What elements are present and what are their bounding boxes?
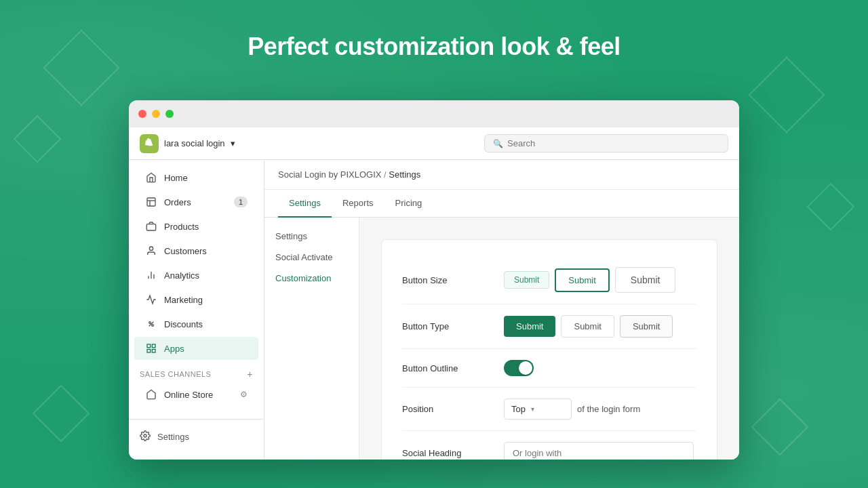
marketing-icon [145, 293, 157, 306]
position-controls: Top ▾ of the login form [504, 399, 640, 420]
button-outline-controls [504, 360, 534, 376]
breadcrumb: Social Login by PIXLOGIX / Settings [264, 160, 739, 190]
tab-pricing[interactable]: Pricing [384, 190, 433, 218]
subnav-customization[interactable]: Customization [264, 268, 359, 289]
add-channel-icon[interactable]: + [247, 369, 253, 380]
app-window: lara social login ▾ 🔍 Home Orders 1 [129, 100, 739, 460]
button-outline-row: Button Outline [402, 349, 696, 388]
svg-rect-12 [147, 349, 151, 352]
plugin-area: Settings Social Activate Customization B… [264, 218, 739, 460]
store-selector[interactable]: lara social login ▾ [140, 134, 235, 153]
plugin-subnav: Settings Social Activate Customization [264, 218, 359, 460]
button-type-row: Button Type Submit Submit Submit [402, 304, 696, 349]
sidebar-item-discounts[interactable]: Discounts [134, 312, 258, 336]
sidebar-item-analytics[interactable]: Analytics [134, 264, 258, 287]
tab-reports[interactable]: Reports [332, 190, 384, 218]
tab-settings[interactable]: Settings [278, 190, 332, 218]
sidebar-item-marketing[interactable]: Marketing [134, 288, 258, 311]
position-value: Top [511, 404, 526, 414]
orders-icon [145, 196, 157, 208]
button-size-large[interactable]: Submit [615, 267, 676, 293]
content-area: Social Login by PIXLOGIX / Settings Sett… [264, 160, 739, 460]
sidebar-item-apps[interactable]: Apps [134, 337, 258, 360]
sidebar-item-products[interactable]: Products [134, 215, 258, 238]
shopify-icon [140, 134, 159, 153]
position-suffix: of the login form [577, 404, 640, 414]
maximize-button[interactable] [165, 110, 174, 118]
customers-icon [145, 245, 157, 257]
social-heading-label: Social Heading [402, 448, 490, 458]
sidebar-item-settings[interactable]: Settings [129, 425, 264, 449]
search-input[interactable] [507, 138, 719, 148]
position-row: Position Top ▾ of the login form [402, 388, 696, 431]
svg-point-14 [144, 434, 146, 437]
button-outline-label: Button Outline [402, 363, 490, 373]
settings-label: Settings [157, 432, 189, 442]
subnav-social-activate[interactable]: Social Activate [264, 247, 359, 268]
sidebar-item-home-label: Home [164, 173, 188, 183]
sidebar-item-customers[interactable]: Customers [134, 239, 258, 262]
button-type-outline[interactable]: Submit [561, 315, 614, 338]
close-button[interactable] [138, 110, 146, 118]
svg-line-9 [149, 322, 154, 327]
svg-rect-10 [147, 344, 151, 348]
svg-point-7 [149, 322, 151, 324]
main-layout: Home Orders 1 Products Customers [129, 160, 739, 460]
sidebar-item-marketing-label: Marketing [164, 295, 203, 305]
sidebar-item-products-label: Products [164, 222, 199, 232]
sidebar: Home Orders 1 Products Customers [129, 160, 264, 460]
button-type-filled[interactable]: Submit [504, 316, 555, 337]
orders-badge: 1 [234, 197, 248, 207]
plugin-layout: Settings Social Activate Customization B… [264, 218, 739, 460]
sidebar-bottom: Settings [129, 419, 264, 454]
search-icon: 🔍 [493, 139, 503, 148]
minimize-button[interactable] [152, 110, 160, 118]
svg-rect-13 [152, 349, 155, 352]
topbar: lara social login ▾ 🔍 [129, 127, 739, 160]
discounts-icon [145, 318, 157, 330]
settings-icon [140, 430, 151, 443]
sales-channels-section: SALES CHANNELS + [129, 361, 264, 382]
button-size-controls: Submit Submit Submit [504, 267, 675, 293]
analytics-icon [145, 269, 157, 281]
online-store-icon [145, 388, 157, 401]
position-dropdown[interactable]: Top ▾ [504, 399, 572, 420]
home-icon [145, 171, 157, 184]
settings-panel: Button Size Submit Submit Submit Button … [381, 239, 717, 460]
search-bar[interactable]: 🔍 [484, 134, 728, 152]
dropdown-arrow-icon: ▾ [531, 405, 534, 413]
titlebar [129, 100, 739, 127]
settings-gear-icon[interactable]: ⚙ [240, 390, 248, 399]
svg-point-8 [152, 325, 154, 327]
sidebar-item-online-store[interactable]: Online Store ⚙ [134, 383, 258, 406]
button-size-label: Button Size [402, 275, 490, 285]
button-type-ghost[interactable]: Submit [620, 315, 673, 338]
breadcrumb-current: Settings [389, 169, 420, 180]
traffic-lights [138, 110, 174, 118]
button-size-medium[interactable]: Submit [555, 268, 609, 292]
page-title: Perfect customization look & feel [0, 33, 868, 61]
sidebar-item-home[interactable]: Home [134, 166, 258, 189]
button-outline-toggle[interactable] [504, 360, 534, 376]
dropdown-arrow: ▾ [231, 138, 235, 148]
sidebar-item-orders-label: Orders [164, 197, 191, 207]
button-type-label: Button Type [402, 321, 490, 331]
sidebar-item-discounts-label: Discounts [164, 319, 203, 329]
sidebar-item-apps-label: Apps [164, 344, 184, 354]
social-heading-input[interactable] [504, 442, 694, 460]
svg-rect-0 [147, 198, 155, 206]
apps-icon [145, 342, 157, 354]
sidebar-item-orders[interactable]: Orders 1 [134, 190, 258, 214]
store-name-text: lara social login [164, 138, 225, 148]
social-heading-controls [504, 442, 694, 460]
products-icon [145, 220, 157, 232]
button-size-row: Button Size Submit Submit Submit [402, 256, 696, 304]
tabs-bar: Settings Reports Pricing [264, 190, 739, 218]
button-size-small[interactable]: Submit [504, 271, 549, 289]
button-type-controls: Submit Submit Submit [504, 315, 673, 338]
svg-rect-11 [152, 344, 155, 348]
position-label: Position [402, 404, 490, 414]
sales-channels-label: SALES CHANNELS [140, 370, 211, 378]
breadcrumb-parent[interactable]: Social Login by PIXLOGIX [278, 169, 381, 180]
subnav-settings[interactable]: Settings [264, 226, 359, 247]
